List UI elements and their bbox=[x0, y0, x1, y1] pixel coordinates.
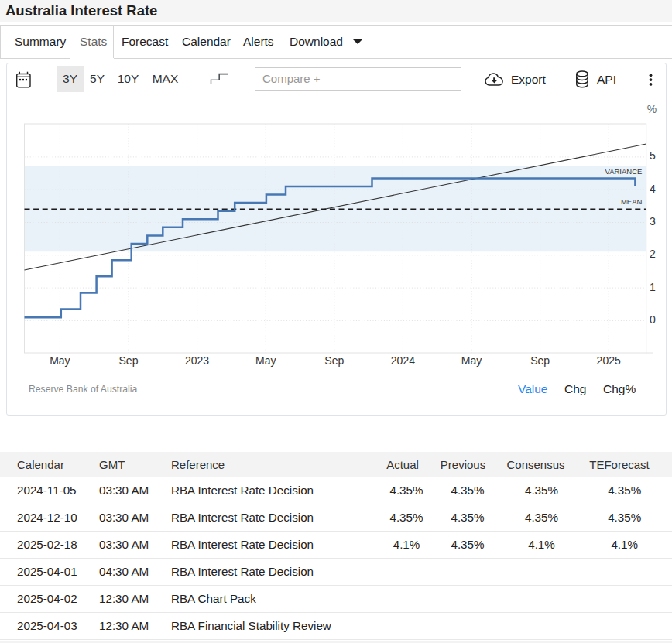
svg-text:Sep: Sep bbox=[324, 354, 344, 367]
svg-text:Sep: Sep bbox=[530, 354, 550, 367]
svg-text:MEAN: MEAN bbox=[621, 197, 643, 206]
svg-text:VARIANCE: VARIANCE bbox=[605, 167, 643, 176]
svg-text:0: 0 bbox=[650, 313, 656, 326]
svg-text:1: 1 bbox=[650, 281, 656, 293]
svg-text:4: 4 bbox=[650, 183, 656, 195]
svg-text:5: 5 bbox=[650, 149, 656, 162]
svg-text:Sep: Sep bbox=[119, 354, 139, 367]
svg-text:3: 3 bbox=[650, 215, 656, 227]
svg-text:2024: 2024 bbox=[391, 354, 415, 367]
svg-text:%: % bbox=[647, 103, 657, 115]
svg-text:2025: 2025 bbox=[597, 354, 621, 367]
svg-text:May: May bbox=[255, 354, 276, 367]
svg-text:May: May bbox=[50, 354, 70, 367]
svg-text:2: 2 bbox=[650, 248, 656, 260]
svg-text:2023: 2023 bbox=[185, 354, 209, 367]
svg-text:May: May bbox=[461, 354, 482, 367]
